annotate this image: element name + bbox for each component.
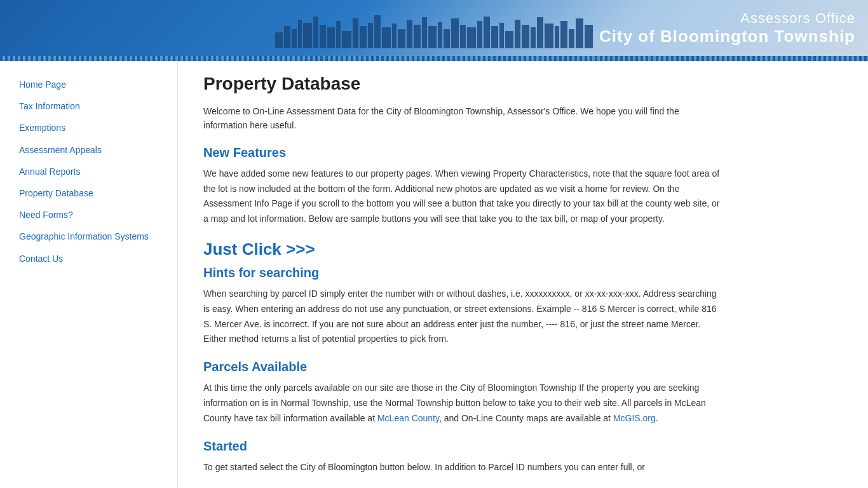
svg-rect-12 xyxy=(368,23,373,48)
sidebar-item-annual-reports[interactable]: Annual Reports xyxy=(19,161,165,182)
header-ruler xyxy=(0,56,868,61)
new-features-body: We have added some new features to our p… xyxy=(203,166,724,227)
svg-rect-30 xyxy=(505,31,513,48)
svg-rect-23 xyxy=(451,18,459,48)
skyline-graphic xyxy=(275,13,593,48)
svg-rect-31 xyxy=(515,20,520,48)
started-heading: Started xyxy=(203,439,724,454)
mcgis-link[interactable]: McGIS.org xyxy=(613,413,656,423)
svg-rect-39 xyxy=(576,18,583,48)
mclean-county-link[interactable]: McLean County xyxy=(377,413,439,423)
new-features-heading: New Features xyxy=(203,146,724,160)
svg-rect-27 xyxy=(484,17,490,48)
header-title-box: Assessors Office City of Bloomington Tow… xyxy=(599,10,868,46)
svg-rect-22 xyxy=(444,29,450,48)
svg-rect-37 xyxy=(560,21,567,48)
svg-rect-17 xyxy=(407,20,412,48)
svg-rect-7 xyxy=(327,27,335,48)
svg-rect-11 xyxy=(360,26,367,48)
svg-rect-20 xyxy=(428,26,437,48)
svg-rect-1 xyxy=(284,26,290,48)
sidebar-item-geographic-information-systems[interactable]: Geographic Information Systems xyxy=(19,226,165,247)
svg-rect-29 xyxy=(499,23,504,48)
hints-heading: Hints for searching xyxy=(203,266,724,280)
svg-rect-19 xyxy=(422,17,427,48)
svg-rect-10 xyxy=(353,18,358,48)
sidebar-item-need-forms[interactable]: Need Forms? xyxy=(19,204,165,226)
started-body: To get started select the City of Bloomi… xyxy=(203,460,724,475)
svg-rect-6 xyxy=(320,25,326,48)
svg-rect-24 xyxy=(460,25,466,48)
intro-paragraph: Welcome to On-Line Assessment Data for t… xyxy=(203,104,724,133)
sidebar-item-assessment-appeals[interactable]: Assessment Appeals xyxy=(19,139,165,161)
svg-rect-34 xyxy=(537,17,543,48)
svg-rect-38 xyxy=(569,29,574,48)
svg-rect-14 xyxy=(382,27,391,48)
just-click-heading: Just Click >>> xyxy=(203,240,724,259)
page-layout: Home PageTax InformationExemptionsAssess… xyxy=(0,61,868,488)
hints-body: When searching by parcel ID simply enter… xyxy=(203,287,724,347)
svg-rect-16 xyxy=(398,29,405,48)
svg-rect-21 xyxy=(438,22,442,48)
sidebar-item-property-database[interactable]: Property Database xyxy=(19,182,165,204)
svg-rect-25 xyxy=(467,27,476,48)
sidebar-nav: Home PageTax InformationExemptionsAssess… xyxy=(0,61,178,488)
svg-rect-40 xyxy=(585,25,593,48)
header-line2: City of Bloomington Township xyxy=(599,27,855,46)
svg-rect-32 xyxy=(522,25,529,48)
parcels-body: At this time the only parcels available … xyxy=(203,381,724,426)
svg-rect-13 xyxy=(374,15,381,48)
parcels-text-between: , and On-Line County maps are available … xyxy=(439,413,613,423)
svg-rect-35 xyxy=(545,24,553,48)
header-line1: Assessors Office xyxy=(599,10,855,27)
sidebar-item-home-page[interactable]: Home Page xyxy=(19,74,165,95)
svg-rect-26 xyxy=(477,21,482,48)
main-content: Property Database Welcome to On-Line Ass… xyxy=(178,61,750,488)
svg-rect-0 xyxy=(275,32,283,48)
page-title: Property Database xyxy=(203,74,724,94)
site-header: Assessors Office City of Bloomington Tow… xyxy=(0,0,868,56)
svg-rect-33 xyxy=(531,27,536,48)
sidebar-item-contact-us[interactable]: Contact Us xyxy=(19,248,165,269)
svg-rect-5 xyxy=(313,17,318,48)
sidebar-item-tax-information[interactable]: Tax Information xyxy=(19,95,165,117)
svg-rect-4 xyxy=(303,23,312,48)
parcels-text-after: . xyxy=(656,413,658,423)
sidebar-item-exemptions[interactable]: Exemptions xyxy=(19,117,165,139)
svg-rect-28 xyxy=(491,26,498,48)
svg-rect-18 xyxy=(414,25,421,48)
svg-rect-15 xyxy=(392,24,397,48)
svg-rect-36 xyxy=(555,26,559,48)
svg-rect-3 xyxy=(298,20,302,48)
svg-rect-2 xyxy=(292,29,297,48)
parcels-heading: Parcels Available xyxy=(203,360,724,374)
svg-rect-8 xyxy=(336,21,341,48)
svg-rect-9 xyxy=(342,31,351,48)
